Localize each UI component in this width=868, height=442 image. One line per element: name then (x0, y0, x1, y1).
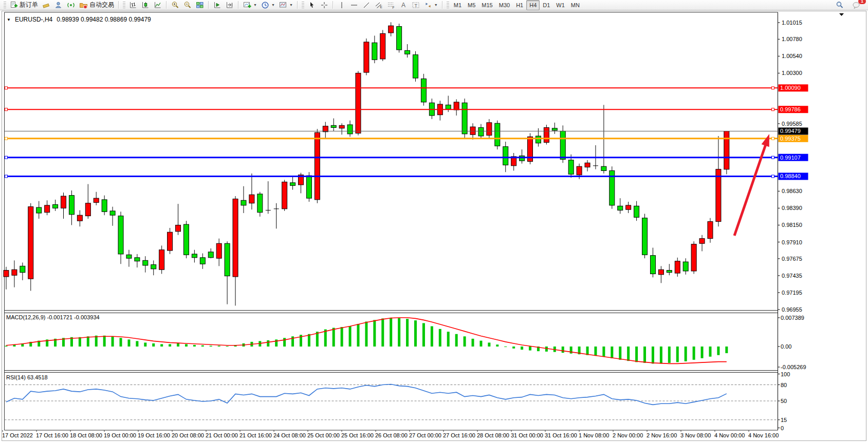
time-tick-label: 21 Oct 16:00 (239, 432, 272, 438)
hline-handle[interactable] (5, 137, 8, 140)
zoom-out-button[interactable] (181, 0, 194, 10)
toolbar-grip[interactable] (302, 2, 304, 9)
period-clock-icon (261, 1, 269, 9)
arrows-caret[interactable]: ▼ (434, 3, 438, 7)
macd-histogram-bar (373, 320, 376, 347)
toolbar-separator (297, 1, 298, 9)
profiles-icon (54, 1, 63, 9)
candle-down (618, 206, 623, 210)
candlestick-chart-button[interactable] (139, 0, 152, 10)
chart-dropdown-icon[interactable]: ▼ (7, 17, 11, 22)
macd-histogram-bar (226, 346, 229, 347)
notification-badge: 1 (858, 0, 866, 4)
macd-histogram-bar (455, 334, 458, 347)
line-chart-button[interactable] (152, 0, 164, 10)
crosshair-tool-button[interactable] (318, 0, 330, 10)
chart-shift-button[interactable] (224, 0, 236, 10)
highlighter-button[interactable] (40, 0, 52, 10)
add-indicator-caret[interactable]: ▼ (253, 3, 257, 7)
candle-down (36, 207, 42, 213)
hline-handle[interactable] (5, 175, 8, 178)
candle-up (708, 222, 713, 239)
cursor-tool-button[interactable] (306, 0, 318, 10)
toolbar-grip[interactable] (4, 2, 6, 9)
arrows-tool-button[interactable]: ▼ (422, 0, 440, 10)
timeframe-m5-button[interactable]: M5 (465, 0, 478, 10)
hline-handle[interactable] (772, 108, 774, 111)
timeframe-d1-button[interactable]: D1 (540, 0, 553, 10)
hline-handle[interactable] (772, 156, 774, 159)
hline-handle[interactable] (772, 137, 774, 140)
candle-up (159, 250, 164, 270)
price-tick-label: 0.98630 (782, 188, 802, 194)
search-icon (836, 1, 844, 9)
fibonacci-icon: F (387, 1, 395, 9)
profiles-button[interactable] (52, 0, 65, 10)
horizontal-line-tool-button[interactable] (348, 0, 360, 10)
hline-handle[interactable] (772, 87, 774, 89)
search-button[interactable] (834, 0, 846, 10)
candle-up (94, 198, 99, 202)
macd-histogram-bar (602, 347, 605, 357)
signals-button[interactable] (65, 0, 77, 10)
timeframe-h4-button[interactable]: H4 (526, 0, 540, 10)
trendline-tool-button[interactable] (360, 0, 373, 10)
hline-handle[interactable] (772, 175, 774, 178)
period-caret[interactable]: ▼ (271, 3, 275, 7)
auto-scroll-button[interactable] (211, 0, 224, 10)
candle-down (290, 183, 296, 186)
new-order-label: 新订单 (20, 1, 38, 9)
hline-handle[interactable] (5, 108, 8, 111)
hline-handle[interactable] (5, 156, 8, 159)
macd-histogram-bar (406, 319, 409, 347)
candle-down (69, 196, 74, 215)
timeframe-m1-button[interactable]: M1 (451, 0, 465, 10)
macd-histogram-bar (398, 318, 400, 347)
new-order-button[interactable]: 新订单 (8, 0, 40, 10)
chart-area[interactable]: 1.010151.007801.005401.003000.995850.986… (0, 0, 868, 442)
zoom-in-button[interactable] (169, 0, 181, 10)
candle-up (61, 196, 66, 208)
vertical-line-tool-button[interactable] (336, 0, 348, 10)
macd-histogram-bar (218, 345, 220, 347)
candlestick-chart-icon (141, 1, 150, 9)
timeframe-m30-button[interactable]: M30 (496, 0, 513, 10)
channel-tool-button[interactable]: E (373, 0, 385, 10)
price-tick-label: 0.99585 (782, 121, 802, 127)
macd-histogram-bar (185, 344, 188, 347)
add-indicator-button[interactable]: ▼ (241, 0, 259, 10)
time-tick-label: 21 Oct 00:00 (206, 432, 238, 438)
fibonacci-tool-button[interactable]: F (385, 0, 397, 10)
macd-tick-label: 0.007389 (781, 315, 804, 321)
notifications-button[interactable]: 1 (850, 0, 863, 10)
bar-chart-button[interactable] (127, 0, 139, 10)
macd-histogram-bar (643, 347, 646, 363)
cursor-icon (308, 1, 316, 9)
macd-histogram-bar (685, 347, 687, 361)
tile-windows-button[interactable] (194, 0, 206, 10)
template-button[interactable]: ▼ (277, 0, 295, 10)
rsi-tick-label: 0 (781, 425, 784, 431)
macd-histogram-bar (136, 341, 138, 347)
candle-up (77, 215, 82, 221)
template-caret[interactable]: ▼ (289, 3, 293, 7)
text-label-tool-button[interactable]: T (410, 0, 422, 10)
candle-up (282, 182, 287, 208)
toolbar-grip[interactable] (123, 2, 125, 9)
timeframe-m15-button[interactable]: M15 (478, 0, 495, 10)
candle-down (192, 254, 197, 258)
auto-trading-button[interactable]: 自动交易 (77, 0, 116, 10)
time-tick-label: 4 Nov 16:00 (748, 432, 779, 438)
equidistant-channel-icon: E (375, 1, 383, 9)
timeframe-h1-button[interactable]: H1 (513, 0, 526, 10)
toolbar-grip[interactable] (447, 2, 449, 9)
svg-text:A: A (401, 2, 405, 9)
time-tick-label: 1 Nov 08:00 (579, 432, 609, 438)
text-tool-button[interactable]: A (397, 0, 410, 10)
period-button[interactable]: ▼ (259, 0, 277, 10)
auto-trading-label: 自动交易 (89, 1, 114, 9)
candle-up (585, 163, 590, 167)
hline-handle[interactable] (5, 87, 8, 89)
timeframe-mn-button[interactable]: MN (568, 0, 583, 10)
timeframe-w1-button[interactable]: W1 (553, 0, 568, 10)
